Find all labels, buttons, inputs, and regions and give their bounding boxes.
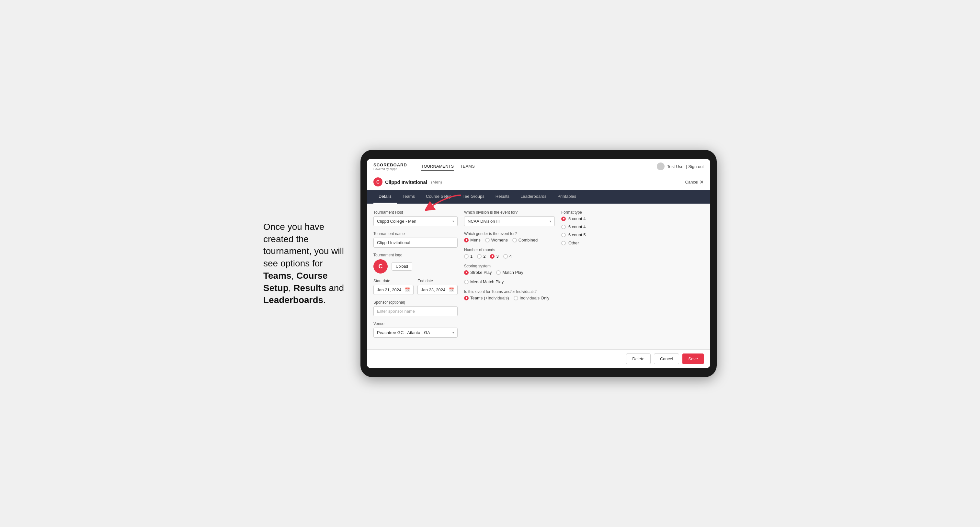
- tournament-host-group: Tournament Host Clippd College - Men ▾: [374, 210, 458, 226]
- tab-details[interactable]: Details: [374, 190, 397, 204]
- app-header: SCOREBOARD Powered by clippd TOURNAMENTS…: [367, 159, 710, 174]
- start-date-input[interactable]: Jan 21, 2024 📅: [374, 285, 414, 295]
- division-label: Which division is the event for?: [464, 210, 555, 214]
- radio-format-0: [561, 217, 566, 221]
- radio-format-2: [561, 233, 566, 237]
- main-nav: TOURNAMENTS TEAMS: [422, 162, 475, 171]
- round-4[interactable]: 4: [503, 254, 512, 259]
- tab-tee-groups[interactable]: Tee Groups: [458, 190, 490, 204]
- tournament-sub: (Men): [431, 179, 442, 184]
- user-avatar: [657, 162, 665, 170]
- round-2[interactable]: 2: [477, 254, 485, 259]
- radio-teams-circle: [464, 296, 469, 300]
- scoring-label: Scoring system: [464, 264, 555, 268]
- tablet-frame: SCOREBOARD Powered by clippd TOURNAMENTS…: [360, 150, 717, 377]
- delete-button[interactable]: Delete: [626, 354, 651, 364]
- cancel-top-button[interactable]: Cancel ✕: [685, 179, 704, 185]
- radio-medal-circle: [464, 280, 469, 284]
- tournament-icon: C: [374, 178, 382, 186]
- format-5count4[interactable]: 5 count 4: [561, 216, 626, 221]
- logo-area: SCOREBOARD Powered by clippd: [374, 162, 407, 171]
- radio-round2: [477, 254, 482, 259]
- radio-mens-circle: [464, 238, 469, 243]
- format-6count4[interactable]: 6 count 4: [561, 224, 626, 229]
- gender-label: Which gender is the event for?: [464, 232, 555, 236]
- scoring-match[interactable]: Match Play: [496, 270, 523, 275]
- radio-combined-circle: [512, 238, 517, 243]
- nav-tab-tournaments[interactable]: TOURNAMENTS: [422, 162, 454, 171]
- breadcrumb-left: C Clippd Invitational (Men): [374, 178, 442, 186]
- scoring-medal[interactable]: Medal Match Play: [464, 279, 504, 284]
- end-date-input[interactable]: Jan 23, 2024 📅: [417, 285, 458, 295]
- round-1[interactable]: 1: [464, 254, 473, 259]
- tab-results[interactable]: Results: [490, 190, 515, 204]
- col-left: Tournament Host Clippd College - Men ▾ T…: [374, 210, 458, 343]
- sponsor-input[interactable]: Enter sponsor name: [374, 306, 458, 316]
- calendar-icon: 📅: [405, 287, 410, 292]
- sponsor-label: Sponsor (optional): [374, 300, 458, 305]
- logo-preview: C: [374, 259, 388, 273]
- gender-womens[interactable]: Womens: [485, 238, 508, 243]
- start-date-field: Start date Jan 21, 2024 📅: [374, 279, 414, 295]
- tournament-name-group: Tournament name Clippd Invitational: [374, 232, 458, 248]
- radio-womens-circle: [485, 238, 490, 243]
- venue-group: Venue Peachtree GC - Atlanta - GA ▾: [374, 321, 458, 338]
- gender-radio-group: Mens Womens Combined: [464, 238, 555, 243]
- header-right: Test User | Sign out: [657, 162, 704, 170]
- chevron-division-icon: ▾: [550, 219, 551, 223]
- date-row: Start date Jan 21, 2024 📅 End date Jan 2…: [374, 279, 458, 295]
- tablet-screen: SCOREBOARD Powered by clippd TOURNAMENTS…: [367, 159, 710, 368]
- col-mid: Which division is the event for? NCAA Di…: [464, 210, 555, 343]
- tab-teams[interactable]: Teams: [398, 190, 420, 204]
- calendar-icon-end: 📅: [449, 287, 454, 292]
- radio-round4: [503, 254, 508, 259]
- format-other[interactable]: Other: [561, 241, 626, 245]
- radio-round1: [464, 254, 469, 259]
- tournament-name: Clippd Invitational: [385, 179, 427, 185]
- col-right: Format type 5 count 4 6 count 4 6 count …: [561, 210, 626, 343]
- gender-combined[interactable]: Combined: [512, 238, 538, 243]
- radio-individuals-circle: [514, 296, 518, 300]
- division-group: Which division is the event for? NCAA Di…: [464, 210, 555, 226]
- save-button[interactable]: Save: [682, 354, 704, 364]
- close-icon: ✕: [700, 179, 704, 185]
- logo-text: SCOREBOARD: [374, 162, 407, 167]
- dates-group: Start date Jan 21, 2024 📅 End date Jan 2…: [374, 279, 458, 295]
- round-3[interactable]: 3: [490, 254, 498, 259]
- tournament-host-label: Tournament Host: [374, 210, 458, 214]
- radio-format-other: [561, 241, 566, 245]
- chevron-down-icon: ▾: [452, 219, 454, 223]
- user-sign-out[interactable]: Test User | Sign out: [667, 164, 704, 169]
- main-content: Tournament Host Clippd College - Men ▾ T…: [367, 204, 710, 349]
- radio-format-1: [561, 225, 566, 229]
- teams-label: Is this event for Teams and/or Individua…: [464, 289, 555, 294]
- individuals-only[interactable]: Individuals Only: [514, 295, 550, 300]
- teams-plus-individuals[interactable]: Teams (+Individuals): [464, 295, 509, 300]
- gender-mens[interactable]: Mens: [464, 238, 480, 243]
- upload-button[interactable]: Upload: [391, 262, 412, 271]
- tournament-name-input[interactable]: Clippd Invitational: [374, 238, 458, 248]
- teams-group: Is this event for Teams and/or Individua…: [464, 289, 555, 300]
- scoring-stroke[interactable]: Stroke Play: [464, 270, 492, 275]
- rounds-group: Number of rounds 1 2: [464, 248, 555, 259]
- tournament-logo-group: Tournament logo C Upload: [374, 253, 458, 273]
- tab-printables[interactable]: Printables: [552, 190, 581, 204]
- division-select[interactable]: NCAA Division III ▾: [464, 216, 555, 226]
- cancel-button[interactable]: Cancel: [654, 354, 679, 364]
- tournament-host-select[interactable]: Clippd College - Men ▾: [374, 216, 458, 226]
- venue-label: Venue: [374, 321, 458, 326]
- format-group: Format type 5 count 4 6 count 4 6 count …: [561, 210, 626, 245]
- footer-actions: Delete Cancel Save: [367, 349, 710, 368]
- format-label: Format type: [561, 210, 626, 214]
- format-6count5[interactable]: 6 count 5: [561, 232, 626, 237]
- rounds-radio-group: 1 2 3 4: [464, 254, 555, 259]
- end-date-label: End date: [417, 279, 458, 283]
- tab-leaderboards[interactable]: Leaderboards: [515, 190, 552, 204]
- sub-nav: Details Teams Course Setup Tee Groups Re…: [367, 190, 710, 204]
- tab-course-setup[interactable]: Course Setup: [421, 190, 457, 204]
- nav-tab-teams[interactable]: TEAMS: [460, 162, 475, 171]
- tournament-logo-label: Tournament logo: [374, 253, 458, 257]
- gender-group: Which gender is the event for? Mens Wome…: [464, 232, 555, 243]
- venue-select[interactable]: Peachtree GC - Atlanta - GA ▾: [374, 328, 458, 338]
- chevron-venue-icon: ▾: [452, 331, 454, 334]
